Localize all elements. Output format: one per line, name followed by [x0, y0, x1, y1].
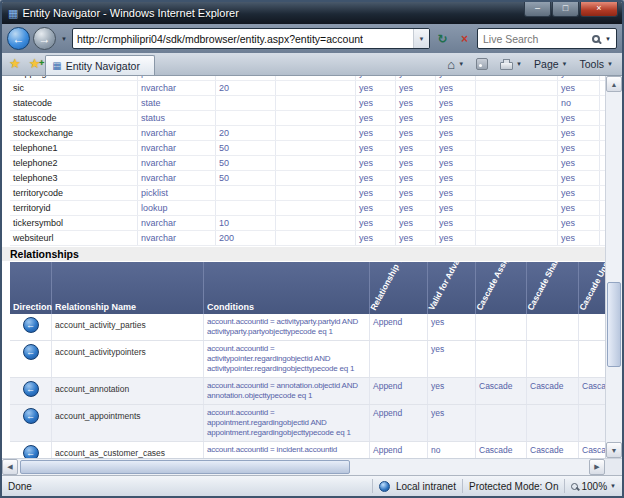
attribute-name: statuscode: [10, 111, 138, 125]
vertical-scroll-track[interactable]: [606, 92, 622, 442]
direction-arrow-icon[interactable]: ←: [23, 381, 39, 397]
relationship-row[interactable]: ← account_as_customer_cases account.acco…: [10, 442, 605, 458]
attribute-row[interactable]: telephone3 nvarchar 50 yes yes yes yes: [10, 171, 605, 186]
feeds-button[interactable]: [471, 53, 493, 75]
scroll-right-icon[interactable]: ▶: [589, 459, 605, 475]
attribute-name: sic: [10, 81, 138, 95]
address-input[interactable]: [73, 33, 413, 45]
attribute-row[interactable]: sic nvarchar 20 yes yes yes yes: [10, 81, 605, 96]
attribute-row[interactable]: territorycode picklist yes yes yes yes: [10, 186, 605, 201]
horizontal-scrollbar[interactable]: ◀ ▶: [2, 458, 622, 475]
minimize-button[interactable]: –: [524, 2, 551, 17]
security-zone-icon: [379, 481, 390, 492]
favorites-center-icon[interactable]: ★: [6, 53, 24, 75]
attribute-row[interactable]: stockexchange nvarchar 20 yes yes yes ye…: [10, 126, 605, 141]
search-dropdown-icon[interactable]: ▼: [605, 36, 611, 42]
scroll-left-icon[interactable]: ◀: [2, 459, 18, 475]
feeds-icon: [476, 58, 488, 70]
direction-arrow-icon[interactable]: ←: [23, 408, 39, 424]
cascade-assign: [476, 314, 527, 340]
attribute-flag-1: yes: [356, 96, 396, 110]
attributes-rows: shippingmethodcode picklist yes yes yes …: [10, 76, 605, 246]
attribute-spacer: [476, 76, 558, 80]
tools-menu-button[interactable]: Tools ▼: [575, 53, 618, 75]
refresh-button[interactable]: ↻: [433, 28, 452, 49]
address-dropdown-icon[interactable]: ▼: [413, 29, 429, 48]
attribute-length: [216, 111, 276, 125]
attribute-type: nvarchar: [138, 171, 216, 185]
attribute-flag-2: yes: [396, 126, 436, 140]
rotated-header-label: Cascade Assign: [474, 262, 514, 312]
attribute-name: telephone2: [10, 156, 138, 170]
relationship-name: account_activitypointers: [52, 341, 204, 377]
relationship-type: Append: [370, 314, 428, 340]
attribute-length: [216, 186, 276, 200]
forward-button[interactable]: →: [33, 27, 56, 50]
status-bar: Done Local intranet Protected Mode: On 1…: [2, 475, 622, 496]
tab-entity-navigator[interactable]: ▦ Entity Navigator: [45, 55, 155, 75]
relationship-row[interactable]: ← account_activitypointers account.accou…: [10, 341, 605, 378]
browser-window: ▦ Entity Navigator - Windows Internet Ex…: [0, 0, 624, 498]
scrollbar-corner: [605, 459, 622, 475]
search-input[interactable]: [481, 33, 589, 45]
attribute-row[interactable]: territoryid lookup yes yes yes yes: [10, 201, 605, 216]
relationship-type: [370, 341, 428, 377]
horizontal-scroll-thumb[interactable]: [20, 460, 350, 474]
attribute-flag-3: yes: [436, 81, 476, 95]
attribute-flag-4: yes: [558, 141, 600, 155]
vertical-scrollbar[interactable]: ▲ ▼: [605, 76, 622, 458]
attribute-name: statecode: [10, 96, 138, 110]
maximize-button[interactable]: □: [552, 2, 579, 17]
direction-arrow-icon[interactable]: ←: [23, 317, 39, 333]
direction-cell: ←: [10, 442, 52, 458]
attribute-row[interactable]: telephone2 nvarchar 50 yes yes yes yes: [10, 156, 605, 171]
attribute-spacer: [276, 141, 356, 155]
rotated-header-label: Cascade Share: [525, 262, 562, 312]
horizontal-scroll-track[interactable]: [18, 459, 589, 475]
attribute-spacer: [276, 76, 356, 80]
add-favorite-icon[interactable]: ★: [26, 53, 44, 75]
direction-arrow-icon[interactable]: ←: [23, 344, 39, 360]
attribute-flag-1: yes: [356, 141, 396, 155]
attribute-spacer: [476, 156, 558, 170]
direction-arrow-icon[interactable]: ←: [23, 445, 39, 458]
zoom-dropdown-icon[interactable]: ▼: [610, 483, 616, 489]
attribute-length: [216, 201, 276, 215]
page-content: shippingmethodcode picklist yes yes yes …: [2, 76, 622, 458]
command-bar: ★ ★ ▦ Entity Navigator ⌂ ▼ ▼ Page ▼ Tool…: [2, 53, 622, 76]
status-divider: [462, 479, 463, 493]
relationship-name: account_activity_parties: [52, 314, 204, 340]
search-icon[interactable]: [592, 35, 600, 43]
zoom-control[interactable]: 100% ▼: [571, 481, 616, 492]
attribute-row[interactable]: statuscode status yes yes yes yes: [10, 111, 605, 126]
recent-pages-dropdown-icon[interactable]: ▼: [61, 36, 67, 42]
title-bar[interactable]: ▦ Entity Navigator - Windows Internet Ex…: [2, 2, 622, 24]
relationship-name: account_as_customer_cases: [52, 442, 204, 458]
relationship-row[interactable]: ← account_appointments account.accountid…: [10, 405, 605, 442]
scroll-up-icon[interactable]: ▲: [606, 76, 622, 92]
stop-button[interactable]: ×: [455, 28, 474, 49]
relationship-row[interactable]: ← account_activity_parties account.accou…: [10, 314, 605, 341]
cascade-unshare: [579, 341, 605, 377]
attribute-row[interactable]: tickersymbol nvarchar 10 yes yes yes yes: [10, 216, 605, 231]
column-header-valid-for-advanced-find: Valid for Advanced Find: [428, 262, 476, 314]
scroll-down-icon[interactable]: ▼: [606, 442, 622, 458]
print-button[interactable]: ▼: [495, 53, 527, 75]
attribute-flag-2: yes: [396, 111, 436, 125]
close-button[interactable]: ×: [580, 2, 618, 17]
page-menu-button[interactable]: Page ▼: [529, 53, 572, 75]
attribute-flag-4: yes: [558, 216, 600, 230]
attribute-row[interactable]: statecode state yes yes yes no: [10, 96, 605, 111]
attribute-name: websiteurl: [10, 231, 138, 245]
back-button[interactable]: ←: [7, 27, 30, 50]
cascade-assign: [476, 341, 527, 377]
attribute-row[interactable]: websiteurl nvarchar 200 yes yes yes yes: [10, 231, 605, 246]
vertical-scroll-thumb[interactable]: [607, 282, 621, 367]
relationship-row[interactable]: ← account_annotation account.accountid =…: [10, 378, 605, 405]
attribute-flag-4: yes: [558, 156, 600, 170]
home-button[interactable]: ⌂ ▼: [442, 53, 469, 75]
attribute-row[interactable]: telephone1 nvarchar 50 yes yes yes yes: [10, 141, 605, 156]
cascade-share: [527, 405, 579, 441]
attribute-spacer: [276, 216, 356, 230]
status-divider: [372, 479, 373, 493]
